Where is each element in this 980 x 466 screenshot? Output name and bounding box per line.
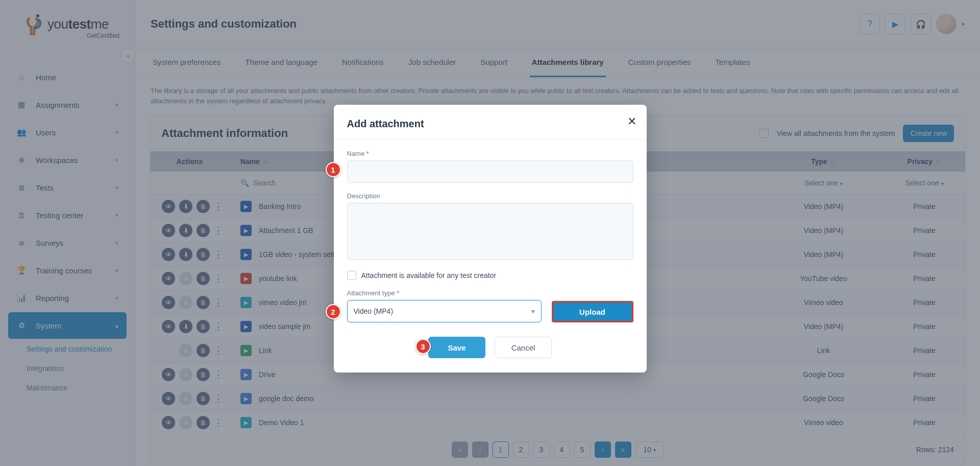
name-label: Name * — [347, 150, 633, 157]
type-label: Attachment type * — [347, 289, 542, 297]
callout-badge-1: 1 — [326, 162, 341, 177]
upload-button[interactable]: Upload — [552, 301, 633, 322]
description-label: Description — [347, 192, 633, 200]
attachment-type-select[interactable]: Video (MP4) ▾ — [347, 300, 542, 322]
attachment-type-value: Video (MP4) — [354, 307, 394, 315]
chevron-down-icon: ▾ — [531, 307, 535, 315]
modal-close-button[interactable]: ✕ — [627, 115, 636, 128]
available-checkbox[interactable] — [347, 271, 356, 280]
description-textarea[interactable] — [347, 203, 633, 260]
modal-title: Add attachment — [347, 118, 633, 130]
add-attachment-modal: Add attachment ✕ Name * 1 Description At… — [334, 105, 647, 372]
available-label: Attachment is available for any test cre… — [361, 271, 497, 279]
save-button[interactable]: Save — [428, 337, 485, 358]
cancel-button[interactable]: Cancel — [495, 337, 552, 358]
name-input[interactable] — [347, 160, 633, 183]
available-checkbox-row[interactable]: Attachment is available for any test cre… — [347, 271, 633, 280]
modal-overlay: Add attachment ✕ Name * 1 Description At… — [0, 0, 980, 466]
callout-badge-2: 2 — [326, 304, 341, 319]
callout-badge-3: 3 — [415, 339, 431, 354]
